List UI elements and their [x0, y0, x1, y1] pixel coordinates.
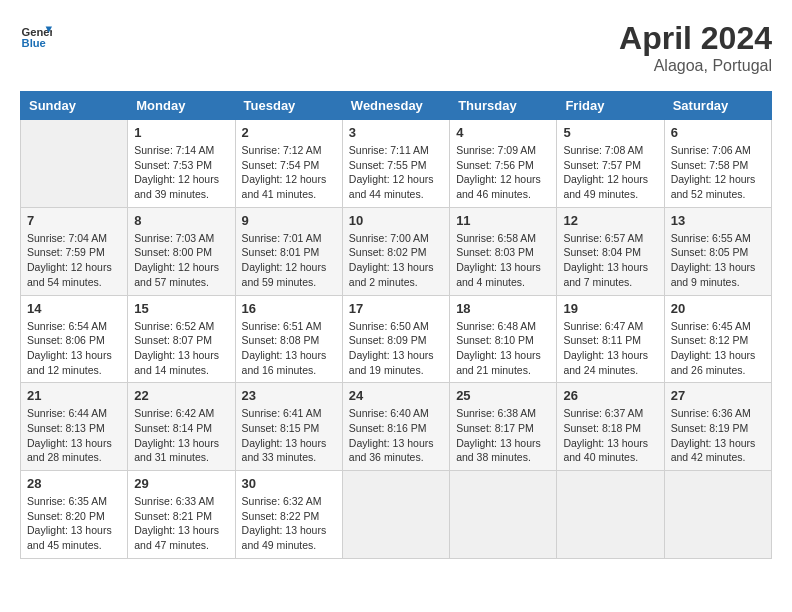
- calendar-cell: 22Sunrise: 6:42 AMSunset: 8:14 PMDayligh…: [128, 383, 235, 471]
- logo-icon: General Blue: [20, 20, 52, 52]
- calendar-cell: 17Sunrise: 6:50 AMSunset: 8:09 PMDayligh…: [342, 295, 449, 383]
- day-info: Sunrise: 6:38 AMSunset: 8:17 PMDaylight:…: [456, 406, 550, 465]
- calendar-cell: 10Sunrise: 7:00 AMSunset: 8:02 PMDayligh…: [342, 207, 449, 295]
- day-number: 9: [242, 213, 336, 228]
- calendar-cell: [664, 471, 771, 559]
- calendar-cell: [342, 471, 449, 559]
- calendar-cell: 3Sunrise: 7:11 AMSunset: 7:55 PMDaylight…: [342, 120, 449, 208]
- day-number: 3: [349, 125, 443, 140]
- day-info: Sunrise: 7:03 AMSunset: 8:00 PMDaylight:…: [134, 231, 228, 290]
- day-number: 22: [134, 388, 228, 403]
- day-of-week-header: Saturday: [664, 92, 771, 120]
- day-info: Sunrise: 6:42 AMSunset: 8:14 PMDaylight:…: [134, 406, 228, 465]
- calendar-week-row: 14Sunrise: 6:54 AMSunset: 8:06 PMDayligh…: [21, 295, 772, 383]
- day-info: Sunrise: 7:12 AMSunset: 7:54 PMDaylight:…: [242, 143, 336, 202]
- day-info: Sunrise: 6:40 AMSunset: 8:16 PMDaylight:…: [349, 406, 443, 465]
- day-number: 18: [456, 301, 550, 316]
- calendar-cell: 4Sunrise: 7:09 AMSunset: 7:56 PMDaylight…: [450, 120, 557, 208]
- day-of-week-header: Wednesday: [342, 92, 449, 120]
- day-info: Sunrise: 7:08 AMSunset: 7:57 PMDaylight:…: [563, 143, 657, 202]
- day-info: Sunrise: 6:51 AMSunset: 8:08 PMDaylight:…: [242, 319, 336, 378]
- calendar-cell: 20Sunrise: 6:45 AMSunset: 8:12 PMDayligh…: [664, 295, 771, 383]
- calendar-cell: 14Sunrise: 6:54 AMSunset: 8:06 PMDayligh…: [21, 295, 128, 383]
- day-info: Sunrise: 7:11 AMSunset: 7:55 PMDaylight:…: [349, 143, 443, 202]
- calendar-cell: 25Sunrise: 6:38 AMSunset: 8:17 PMDayligh…: [450, 383, 557, 471]
- calendar-cell: 15Sunrise: 6:52 AMSunset: 8:07 PMDayligh…: [128, 295, 235, 383]
- day-info: Sunrise: 7:00 AMSunset: 8:02 PMDaylight:…: [349, 231, 443, 290]
- day-info: Sunrise: 6:55 AMSunset: 8:05 PMDaylight:…: [671, 231, 765, 290]
- day-info: Sunrise: 6:58 AMSunset: 8:03 PMDaylight:…: [456, 231, 550, 290]
- calendar-cell: 21Sunrise: 6:44 AMSunset: 8:13 PMDayligh…: [21, 383, 128, 471]
- day-info: Sunrise: 6:47 AMSunset: 8:11 PMDaylight:…: [563, 319, 657, 378]
- day-number: 23: [242, 388, 336, 403]
- calendar-cell: 8Sunrise: 7:03 AMSunset: 8:00 PMDaylight…: [128, 207, 235, 295]
- calendar-cell: 13Sunrise: 6:55 AMSunset: 8:05 PMDayligh…: [664, 207, 771, 295]
- day-info: Sunrise: 7:04 AMSunset: 7:59 PMDaylight:…: [27, 231, 121, 290]
- calendar-cell: 24Sunrise: 6:40 AMSunset: 8:16 PMDayligh…: [342, 383, 449, 471]
- day-number: 17: [349, 301, 443, 316]
- calendar-title: April 2024: [619, 20, 772, 57]
- day-number: 12: [563, 213, 657, 228]
- day-number: 11: [456, 213, 550, 228]
- day-info: Sunrise: 6:33 AMSunset: 8:21 PMDaylight:…: [134, 494, 228, 553]
- day-number: 13: [671, 213, 765, 228]
- day-info: Sunrise: 6:32 AMSunset: 8:22 PMDaylight:…: [242, 494, 336, 553]
- day-number: 29: [134, 476, 228, 491]
- day-number: 20: [671, 301, 765, 316]
- calendar-cell: 16Sunrise: 6:51 AMSunset: 8:08 PMDayligh…: [235, 295, 342, 383]
- day-info: Sunrise: 6:41 AMSunset: 8:15 PMDaylight:…: [242, 406, 336, 465]
- calendar-cell: 2Sunrise: 7:12 AMSunset: 7:54 PMDaylight…: [235, 120, 342, 208]
- calendar-cell: [450, 471, 557, 559]
- calendar-week-row: 7Sunrise: 7:04 AMSunset: 7:59 PMDaylight…: [21, 207, 772, 295]
- page-header: General Blue April 2024 Alagoa, Portugal: [20, 20, 772, 75]
- calendar-table: SundayMondayTuesdayWednesdayThursdayFrid…: [20, 91, 772, 559]
- day-number: 6: [671, 125, 765, 140]
- day-number: 15: [134, 301, 228, 316]
- calendar-cell: 29Sunrise: 6:33 AMSunset: 8:21 PMDayligh…: [128, 471, 235, 559]
- day-info: Sunrise: 6:48 AMSunset: 8:10 PMDaylight:…: [456, 319, 550, 378]
- calendar-cell: 7Sunrise: 7:04 AMSunset: 7:59 PMDaylight…: [21, 207, 128, 295]
- day-number: 5: [563, 125, 657, 140]
- calendar-cell: 26Sunrise: 6:37 AMSunset: 8:18 PMDayligh…: [557, 383, 664, 471]
- svg-text:Blue: Blue: [22, 37, 46, 49]
- day-number: 1: [134, 125, 228, 140]
- day-info: Sunrise: 6:36 AMSunset: 8:19 PMDaylight:…: [671, 406, 765, 465]
- calendar-cell: 23Sunrise: 6:41 AMSunset: 8:15 PMDayligh…: [235, 383, 342, 471]
- day-of-week-header: Tuesday: [235, 92, 342, 120]
- calendar-cell: 6Sunrise: 7:06 AMSunset: 7:58 PMDaylight…: [664, 120, 771, 208]
- calendar-cell: 9Sunrise: 7:01 AMSunset: 8:01 PMDaylight…: [235, 207, 342, 295]
- day-of-week-header: Monday: [128, 92, 235, 120]
- day-number: 7: [27, 213, 121, 228]
- day-info: Sunrise: 6:44 AMSunset: 8:13 PMDaylight:…: [27, 406, 121, 465]
- day-info: Sunrise: 6:35 AMSunset: 8:20 PMDaylight:…: [27, 494, 121, 553]
- day-info: Sunrise: 6:54 AMSunset: 8:06 PMDaylight:…: [27, 319, 121, 378]
- day-of-week-header: Friday: [557, 92, 664, 120]
- day-info: Sunrise: 7:06 AMSunset: 7:58 PMDaylight:…: [671, 143, 765, 202]
- day-info: Sunrise: 6:50 AMSunset: 8:09 PMDaylight:…: [349, 319, 443, 378]
- day-number: 25: [456, 388, 550, 403]
- day-number: 21: [27, 388, 121, 403]
- calendar-header: SundayMondayTuesdayWednesdayThursdayFrid…: [21, 92, 772, 120]
- calendar-cell: 5Sunrise: 7:08 AMSunset: 7:57 PMDaylight…: [557, 120, 664, 208]
- day-of-week-header: Sunday: [21, 92, 128, 120]
- day-info: Sunrise: 7:09 AMSunset: 7:56 PMDaylight:…: [456, 143, 550, 202]
- calendar-cell: 27Sunrise: 6:36 AMSunset: 8:19 PMDayligh…: [664, 383, 771, 471]
- calendar-cell: 30Sunrise: 6:32 AMSunset: 8:22 PMDayligh…: [235, 471, 342, 559]
- calendar-cell: [21, 120, 128, 208]
- day-number: 2: [242, 125, 336, 140]
- day-info: Sunrise: 6:57 AMSunset: 8:04 PMDaylight:…: [563, 231, 657, 290]
- day-number: 24: [349, 388, 443, 403]
- day-number: 10: [349, 213, 443, 228]
- calendar-week-row: 28Sunrise: 6:35 AMSunset: 8:20 PMDayligh…: [21, 471, 772, 559]
- calendar-week-row: 1Sunrise: 7:14 AMSunset: 7:53 PMDaylight…: [21, 120, 772, 208]
- day-info: Sunrise: 7:01 AMSunset: 8:01 PMDaylight:…: [242, 231, 336, 290]
- day-number: 14: [27, 301, 121, 316]
- day-of-week-header: Thursday: [450, 92, 557, 120]
- day-number: 19: [563, 301, 657, 316]
- calendar-cell: 11Sunrise: 6:58 AMSunset: 8:03 PMDayligh…: [450, 207, 557, 295]
- day-number: 28: [27, 476, 121, 491]
- calendar-cell: 12Sunrise: 6:57 AMSunset: 8:04 PMDayligh…: [557, 207, 664, 295]
- calendar-cell: 19Sunrise: 6:47 AMSunset: 8:11 PMDayligh…: [557, 295, 664, 383]
- day-info: Sunrise: 6:37 AMSunset: 8:18 PMDaylight:…: [563, 406, 657, 465]
- day-number: 27: [671, 388, 765, 403]
